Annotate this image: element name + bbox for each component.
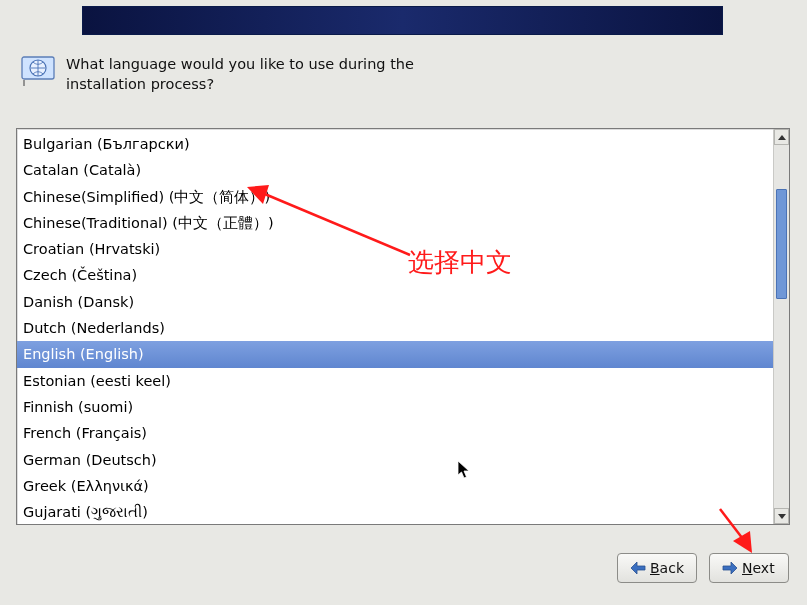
prompt-row: What language would you like to use duri…	[20, 55, 426, 94]
language-list-container: Bulgarian (Български)Catalan (Català)Chi…	[16, 128, 790, 525]
scroll-thumb[interactable]	[776, 189, 787, 299]
button-bar: Back Next	[617, 553, 789, 583]
language-item[interactable]: Bulgarian (Български)	[17, 131, 773, 157]
language-item[interactable]: Finnish (suomi)	[17, 394, 773, 420]
language-item[interactable]: Greek (Ελληνικά)	[17, 473, 773, 499]
next-button-label: Next	[742, 560, 775, 576]
language-item[interactable]: Danish (Dansk)	[17, 289, 773, 315]
header-banner	[82, 6, 723, 35]
language-item[interactable]: Gujarati (ગુજરાતી)	[17, 499, 773, 524]
back-button-label: Back	[650, 560, 684, 576]
language-list[interactable]: Bulgarian (Български)Catalan (Català)Chi…	[17, 129, 773, 524]
scrollbar[interactable]	[773, 129, 789, 524]
language-item[interactable]: English (English)	[17, 341, 773, 367]
back-button[interactable]: Back	[617, 553, 697, 583]
language-item[interactable]: Dutch (Nederlands)	[17, 315, 773, 341]
language-item[interactable]: Czech (Čeština)	[17, 262, 773, 288]
prompt-text: What language would you like to use duri…	[66, 55, 426, 94]
language-item[interactable]: German (Deutsch)	[17, 447, 773, 473]
next-button[interactable]: Next	[709, 553, 789, 583]
language-item[interactable]: Catalan (Català)	[17, 157, 773, 183]
language-item[interactable]: French (Français)	[17, 420, 773, 446]
arrow-right-icon	[722, 561, 738, 575]
language-item[interactable]: Croatian (Hrvatski)	[17, 236, 773, 262]
svg-marker-6	[733, 531, 752, 553]
scroll-down-button[interactable]	[774, 508, 789, 524]
arrow-left-icon	[630, 561, 646, 575]
language-item[interactable]: Chinese(Traditional) (中文（正體）)	[17, 210, 773, 236]
globe-flag-icon	[20, 55, 56, 87]
language-item[interactable]: Chinese(Simplified) (中文（简体）)	[17, 184, 773, 210]
scroll-up-button[interactable]	[774, 129, 789, 145]
language-item[interactable]: Estonian (eesti keel)	[17, 368, 773, 394]
